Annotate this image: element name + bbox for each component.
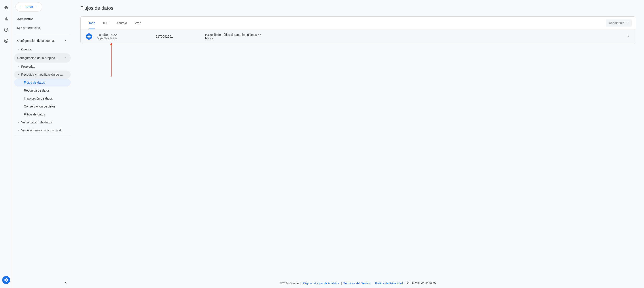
annotation-arrow: [109, 42, 114, 78]
plus-icon: [19, 5, 23, 9]
explore-icon[interactable]: [4, 27, 9, 32]
create-button[interactable]: Crear: [16, 2, 42, 12]
tab-ios[interactable]: iOS: [99, 17, 112, 29]
tab-todo[interactable]: Todo: [84, 17, 99, 29]
chevron-down-icon: [626, 22, 629, 24]
sidebar: Crear Administrar Mis preferencias Confi…: [12, 0, 72, 288]
stream-id: 5170692561: [156, 35, 200, 38]
create-button-label: Crear: [26, 5, 33, 9]
footer-copyright: ©2024 Google: [280, 281, 298, 285]
collapse-sidebar-button[interactable]: [62, 279, 69, 286]
tab-android[interactable]: Android: [112, 17, 131, 29]
chevron-right-icon: [626, 34, 630, 39]
nav-propiedad[interactable]: Propiedad: [14, 63, 71, 71]
nav-property-section-header[interactable]: Configuración de la propied…: [14, 53, 71, 63]
footer-link-analytics[interactable]: Página principal de Analytics: [303, 281, 340, 285]
main-content: Flujos de datos Todo iOS Android Web Aña…: [72, 0, 644, 288]
page-title: Flujos de datos: [80, 5, 636, 11]
add-flow-button[interactable]: Añadir flujo: [606, 20, 632, 27]
stream-name-column: Landbot - GA4 https://landbot.io: [98, 33, 150, 40]
stream-status: Ha recibido tráfico durante las últimas …: [205, 33, 267, 40]
footer-link-privacy[interactable]: Política de Privacidad: [375, 281, 403, 285]
stream-name: Landbot - GA4: [98, 33, 150, 37]
data-streams-card: Todo iOS Android Web Añadir flujo Landbo…: [80, 16, 636, 44]
divider: [15, 34, 70, 34]
tab-web[interactable]: Web: [131, 17, 145, 29]
nav-recogida-modificacion[interactable]: Recogida y modificación de …: [14, 71, 71, 79]
footer: ©2024 Google | Página principal de Analy…: [80, 277, 636, 288]
web-stream-icon: [86, 33, 92, 40]
nav-account-section-header[interactable]: Configuración de la cuenta: [14, 36, 71, 45]
advertising-icon[interactable]: [4, 38, 9, 43]
nav-flujos-de-datos[interactable]: Flujos de datos: [14, 79, 71, 86]
chevron-down-icon: [35, 6, 38, 8]
nav-cuenta[interactable]: Cuenta: [14, 45, 71, 53]
feedback-icon: [407, 281, 410, 284]
caret-right-icon: [17, 129, 20, 132]
stream-row[interactable]: Landbot - GA4 https://landbot.io 5170692…: [80, 29, 636, 44]
nav-filtros-de-datos[interactable]: Filtros de datos: [14, 110, 71, 118]
nav-mis-preferencias[interactable]: Mis preferencias: [14, 24, 71, 32]
nav-importacion-de-datos[interactable]: Importación de datos: [14, 94, 71, 102]
svg-point-7: [408, 283, 409, 283]
nav-vinculaciones[interactable]: Vinculaciones con otros prod…: [14, 126, 71, 134]
icon-rail: [0, 0, 12, 288]
nav-administrar[interactable]: Administrar: [14, 15, 71, 24]
svg-point-2: [5, 40, 7, 41]
stream-url: https://landbot.io: [98, 37, 150, 40]
chevron-left-icon: [64, 280, 68, 285]
caret-right-icon: [17, 121, 20, 124]
send-feedback-button[interactable]: Enviar comentarios: [407, 281, 436, 284]
footer-link-terms[interactable]: Términos del Servicio: [344, 281, 371, 285]
chevron-up-icon: [64, 39, 68, 43]
nav-visualizacion-de-datos[interactable]: Visualización de datos: [14, 118, 71, 126]
tabs-row: Todo iOS Android Web Añadir flujo: [80, 17, 636, 29]
chevron-up-icon: [64, 56, 68, 60]
reports-icon[interactable]: [4, 16, 9, 21]
caret-down-icon: [17, 73, 20, 76]
admin-gear-icon[interactable]: [2, 276, 10, 284]
home-icon[interactable]: [4, 5, 9, 10]
nav-conservacion-de-datos[interactable]: Conservación de datos: [14, 102, 71, 110]
divider: [15, 136, 70, 136]
caret-right-icon: [17, 48, 20, 51]
caret-right-icon: [17, 65, 20, 68]
nav-recogida-de-datos[interactable]: Recogida de datos: [14, 86, 71, 94]
